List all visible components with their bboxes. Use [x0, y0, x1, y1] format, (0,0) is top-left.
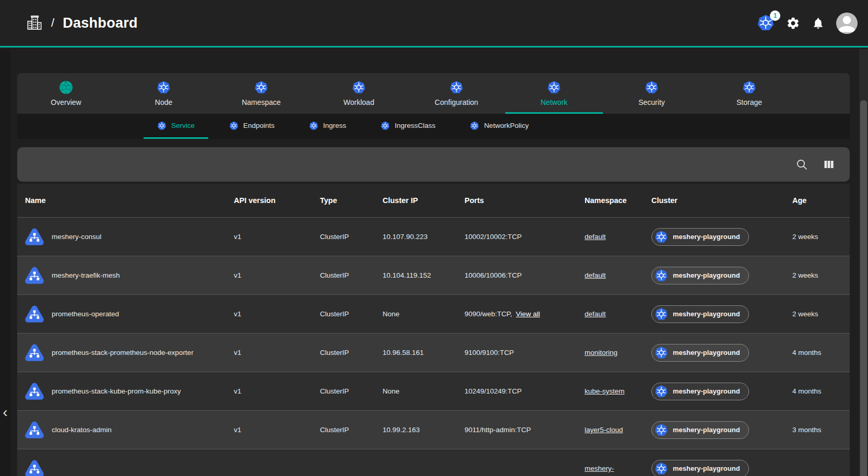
namespace-link[interactable]: layer5-cloud	[585, 426, 623, 434]
tab-label: Namespace	[242, 98, 281, 106]
column-header-cluster-ip: Cluster IP	[383, 196, 465, 205]
kubernetes-context-button[interactable]: 1	[757, 14, 775, 32]
namespace-link[interactable]: kube-system	[585, 387, 625, 395]
ports: 10249/10249:TCP	[465, 387, 522, 395]
age: 2 weeks	[792, 233, 850, 241]
cluster-ip: None	[383, 310, 465, 318]
search-icon[interactable]	[795, 158, 808, 171]
table-header-row: NameAPI versionTypeCluster IPPortsNamesp…	[17, 184, 850, 217]
age: 3 months	[792, 426, 850, 434]
tab-label: Workload	[343, 98, 374, 106]
settings-gear-icon[interactable]	[786, 16, 800, 30]
cluster-chip[interactable]: meshery-playground	[651, 344, 749, 362]
page-title: Dashboard	[63, 15, 138, 31]
view-all-ports-link[interactable]: View all	[516, 310, 540, 318]
subtab-kubernetes-icon	[229, 121, 239, 130]
kubernetes-icon	[547, 80, 561, 94]
subtab-ingress[interactable]: Ingress	[295, 114, 360, 139]
tab-namespace[interactable]: Namespace	[212, 73, 310, 114]
table-row[interactable]: prometheus-operated v1 ClusterIP None 90…	[17, 294, 850, 333]
drawer-expand-chevron-icon[interactable]: ‹	[0, 402, 10, 423]
column-header-age: Age	[792, 196, 850, 205]
tab-configuration[interactable]: Configuration	[408, 73, 505, 114]
age: 4 months	[792, 349, 850, 356]
kubernetes-icon	[655, 385, 668, 398]
cluster-chip[interactable]: meshery-playground	[651, 305, 749, 323]
cluster-ip: None	[383, 387, 465, 395]
column-header-namespace: Namespace	[585, 196, 651, 205]
service-type: ClusterIP	[320, 271, 383, 279]
service-name: meshery-consul	[52, 233, 101, 241]
tab-node[interactable]: Node	[115, 73, 212, 114]
namespace-link[interactable]: meshery-	[585, 465, 614, 472]
subtab-service[interactable]: Service	[144, 114, 208, 139]
subtab-label: NetworkPolicy	[484, 122, 529, 129]
ports: 9100/9100:TCP	[465, 349, 514, 356]
namespace-link[interactable]: default	[585, 271, 606, 279]
service-name: meshery-traefik-mesh	[52, 271, 120, 279]
namespace-link[interactable]: monitoring	[585, 349, 617, 356]
table-row[interactable]: prometheus-stack-prometheus-node-exporte…	[17, 333, 850, 372]
cluster-chip-label: meshery-playground	[673, 387, 740, 395]
api-version: v1	[234, 387, 320, 395]
cluster-chip[interactable]: meshery-playground	[651, 460, 749, 476]
service-icon	[23, 342, 45, 364]
organization-logo-icon[interactable]	[26, 15, 43, 31]
namespace-link[interactable]: default	[585, 310, 606, 318]
table-row[interactable]: cloud-kratos-admin v1 ClusterIP 10.99.2.…	[17, 410, 850, 449]
api-version: v1	[234, 233, 320, 241]
main-tabs: Overview Node Namespace Workload Configu…	[17, 73, 850, 114]
tab-network[interactable]: Network	[505, 73, 603, 114]
cluster-chip[interactable]: meshery-playground	[651, 267, 749, 284]
kubernetes-icon	[655, 307, 668, 321]
scrollbar-thumb[interactable]	[860, 100, 867, 476]
ports: 10002/10002:TCP	[465, 233, 522, 241]
service-type: ClusterIP	[320, 233, 383, 241]
column-header-api-version: API version	[234, 196, 320, 205]
subtab-label: Ingress	[323, 122, 346, 129]
tab-label: Configuration	[435, 98, 478, 106]
breadcrumb-separator: /	[51, 16, 54, 30]
notifications-bell-icon[interactable]	[812, 17, 825, 30]
cluster-chip[interactable]: meshery-playground	[651, 421, 749, 439]
sub-tabs: Service Endpoints Ingress IngressClass N…	[17, 114, 850, 139]
cluster-chip[interactable]: meshery-playground	[651, 228, 749, 246]
cluster-chip-label: meshery-playground	[673, 349, 740, 356]
subtab-kubernetes-icon	[157, 121, 167, 130]
kubernetes-dashboard-app: / Dashboard 1 ‹ Overview Node	[0, 0, 868, 476]
tab-storage[interactable]: Storage	[700, 73, 798, 114]
subtab-label: IngressClass	[395, 122, 435, 129]
table-row[interactable]: meshery- meshery-playground	[17, 449, 850, 476]
age: 4 months	[792, 387, 850, 395]
service-icon	[23, 226, 45, 248]
service-name: cloud-kratos-admin	[52, 426, 112, 434]
services-table: NameAPI versionTypeCluster IPPortsNamesp…	[17, 184, 850, 476]
resource-tabs-card: Overview Node Namespace Workload Configu…	[17, 73, 850, 139]
kubernetes-icon	[645, 80, 659, 94]
user-avatar[interactable]	[836, 13, 858, 34]
namespace-link[interactable]: default	[585, 233, 606, 241]
kubernetes-icon	[157, 80, 171, 94]
tab-workload[interactable]: Workload	[310, 73, 408, 114]
service-icon	[23, 265, 45, 287]
cluster-chip-label: meshery-playground	[673, 271, 740, 279]
subtab-endpoints[interactable]: Endpoints	[216, 114, 288, 139]
table-row[interactable]: meshery-traefik-mesh v1 ClusterIP 10.104…	[17, 256, 850, 294]
api-version: v1	[234, 349, 320, 356]
kubernetes-icon	[655, 346, 668, 360]
tab-security[interactable]: Security	[603, 73, 700, 114]
service-icon	[23, 380, 45, 402]
age: 2 weeks	[792, 271, 850, 279]
cluster-chip[interactable]: meshery-playground	[651, 383, 749, 400]
service-type: ClusterIP	[320, 387, 383, 395]
scrollbar-track[interactable]	[859, 49, 868, 476]
table-row[interactable]: meshery-consul v1 ClusterIP 10.107.90.22…	[17, 217, 850, 256]
cluster-ip: 10.104.119.152	[383, 271, 465, 279]
view-columns-icon[interactable]	[823, 158, 835, 171]
service-type: ClusterIP	[320, 349, 383, 356]
subtab-networkpolicy[interactable]: NetworkPolicy	[456, 114, 542, 139]
table-row[interactable]: prometheus-stack-kube-prom-kube-proxy v1…	[17, 372, 850, 410]
subtab-ingressclass[interactable]: IngressClass	[367, 114, 449, 139]
ports: 9090/web:TCP,	[465, 310, 512, 318]
tab-overview[interactable]: Overview	[17, 73, 115, 114]
